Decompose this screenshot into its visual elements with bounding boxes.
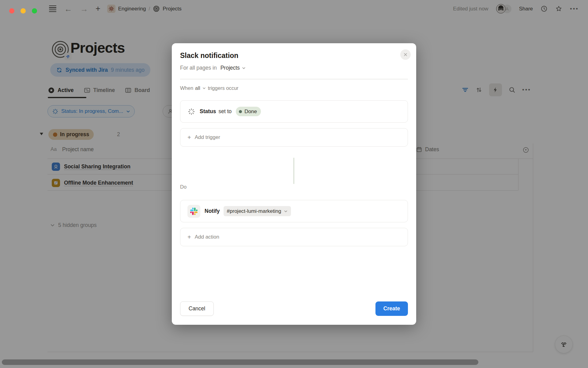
channel-label: #project-lumi-marketing [227, 208, 281, 214]
zoom-window-button[interactable] [32, 8, 37, 13]
add-trigger-label: Add trigger [195, 134, 220, 140]
plus-icon: + [187, 234, 191, 241]
add-action-button[interactable]: + Add action [180, 228, 408, 246]
trigger-card[interactable]: Status set to Done [180, 100, 408, 123]
status-spinner-icon [187, 108, 195, 116]
do-section-label: Do [180, 184, 187, 190]
trigger-verb: set to [218, 108, 232, 115]
trigger-field: Status [200, 108, 216, 115]
channel-selector[interactable]: #project-lumi-marketing [224, 206, 291, 216]
add-trigger-button[interactable]: + Add trigger [180, 128, 408, 147]
close-window-button[interactable] [9, 8, 14, 13]
done-status-dot [239, 110, 242, 113]
scope-page-selector[interactable]: Projects [221, 65, 240, 71]
modal-title: Slack notification [180, 52, 238, 60]
when-prefix: When [180, 85, 193, 91]
modal-scope-row[interactable]: For all pages in Projects [180, 65, 246, 71]
trigger-value-chip[interactable]: Done [236, 107, 261, 116]
create-button[interactable]: Create [375, 301, 408, 316]
flow-connector-line [293, 158, 294, 184]
add-action-label: Add action [195, 234, 219, 240]
when-mode-selector[interactable]: all [195, 85, 200, 91]
minimize-window-button[interactable] [21, 8, 26, 13]
cancel-button[interactable]: Cancel [180, 301, 214, 316]
done-label: Done [244, 109, 257, 115]
when-suffix: triggers occur [208, 85, 239, 91]
action-verb: Notify [205, 208, 220, 214]
scope-prefix: For all pages in [180, 65, 217, 71]
chevron-down-icon [284, 209, 288, 213]
notion-window: ← → + Engineering / Projects Edited just… [0, 0, 588, 368]
slack-icon [187, 205, 200, 218]
modal-divider [180, 79, 408, 79]
action-card[interactable]: Notify #project-lumi-marketing [180, 200, 408, 222]
close-icon [403, 52, 408, 57]
window-controls [9, 8, 37, 13]
chevron-down-icon [242, 66, 246, 70]
plus-icon: + [187, 134, 191, 141]
chevron-down-icon [202, 86, 206, 90]
when-triggers-row: When all triggers occur [180, 85, 239, 91]
close-modal-button[interactable] [400, 49, 411, 60]
slack-notification-modal: Slack notification For all pages in Proj… [172, 43, 416, 325]
